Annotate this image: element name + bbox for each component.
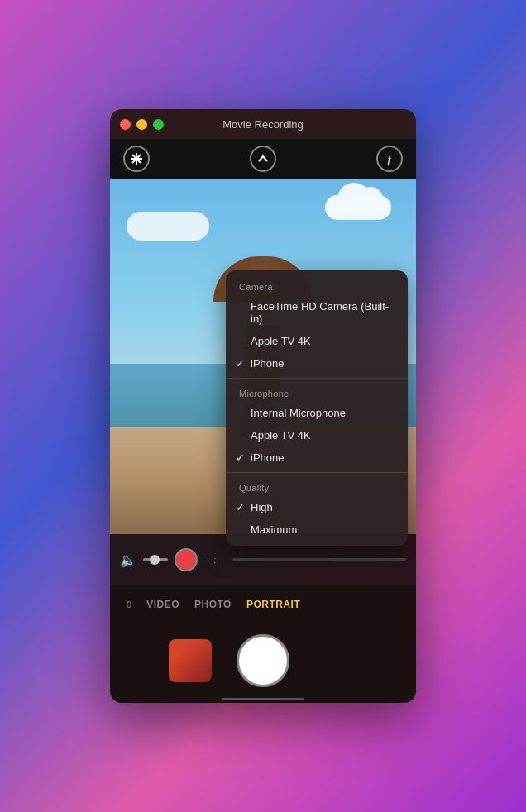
flash-button[interactable] xyxy=(123,146,150,172)
time-display: --:-- xyxy=(208,555,222,565)
divider-1 xyxy=(226,378,408,379)
minimize-button[interactable] xyxy=(136,119,147,130)
quality-section-label: Quality xyxy=(226,476,408,496)
maximize-button[interactable] xyxy=(153,119,164,130)
thumbnail[interactable] xyxy=(169,639,212,682)
record-button[interactable] xyxy=(175,548,198,571)
quality-item-maximum[interactable]: Maximum xyxy=(226,518,408,541)
spacer xyxy=(314,639,357,682)
volume-thumb xyxy=(150,555,160,565)
scroll-bar xyxy=(222,698,304,700)
tab-video[interactable]: VIDEO xyxy=(146,599,179,610)
main-window: Movie Recording ƒ xyxy=(110,109,416,703)
divider-2 xyxy=(226,472,408,473)
filter-button[interactable]: ƒ xyxy=(376,146,403,172)
camera-item-appletv[interactable]: Apple TV 4K xyxy=(226,330,408,352)
top-controls: ƒ xyxy=(110,139,416,179)
camera-section-label: Camera xyxy=(226,275,408,295)
cloud-2 xyxy=(127,212,209,241)
chevron-up-button[interactable] xyxy=(250,146,276,172)
mic-item-iphone[interactable]: iPhone xyxy=(226,447,408,469)
volume-icon: 🔈 xyxy=(120,552,136,568)
mode-extra: 0 xyxy=(127,599,132,609)
bottom-controls xyxy=(110,623,416,698)
camera-item-iphone[interactable]: iPhone xyxy=(226,352,408,375)
cloud-1 xyxy=(325,195,391,220)
camera-item-facetime[interactable]: FaceTime HD Camera (Built-in) xyxy=(226,295,408,330)
thumbnail-image xyxy=(169,639,212,682)
title-bar: Movie Recording xyxy=(110,109,416,139)
microphone-section-label: Microphone xyxy=(226,382,408,402)
close-button[interactable] xyxy=(120,119,131,130)
mic-item-internal[interactable]: Internal Microphone xyxy=(226,402,408,424)
capture-button[interactable] xyxy=(237,634,289,687)
mode-tabs: 0 VIDEO PHOTO PORTRAIT xyxy=(110,585,416,623)
quality-item-high[interactable]: High xyxy=(226,496,408,518)
dropdown-menu: Camera FaceTime HD Camera (Built-in) App… xyxy=(226,270,408,546)
scroll-indicator xyxy=(110,698,416,703)
window-controls xyxy=(120,119,164,130)
tab-portrait[interactable]: PORTRAIT xyxy=(246,599,300,610)
window-title: Movie Recording xyxy=(222,118,304,131)
volume-slider[interactable] xyxy=(143,558,168,561)
progress-bar xyxy=(232,558,406,561)
mic-item-appletv[interactable]: Apple TV 4K xyxy=(226,424,408,447)
tab-photo[interactable]: PHOTO xyxy=(194,599,232,610)
